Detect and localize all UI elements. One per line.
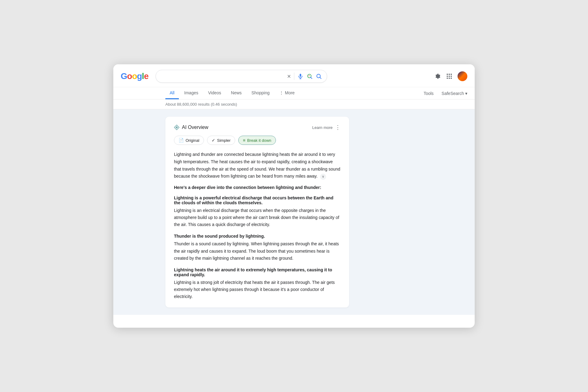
results-info: About 88,600,000 results (0.46 seconds) xyxy=(113,100,475,109)
section-2-heading: Thunder is the sound produced by lightni… xyxy=(174,234,341,239)
logo-letter-g2: g xyxy=(137,71,142,81)
chip-original[interactable]: 📄 Original xyxy=(174,136,204,145)
svg-rect-10 xyxy=(451,74,452,75)
main-content: AI Overview Learn more ⋮ 📄 Original ✓ Si… xyxy=(113,109,475,315)
search-bar: explain the connection between lightning… xyxy=(156,70,327,83)
svg-rect-13 xyxy=(451,76,452,77)
chip-simpler-label: Simpler xyxy=(217,138,231,143)
section-1-heading: Lightning is a powerful electrical disch… xyxy=(174,195,341,205)
safesearch-button[interactable]: SafeSearch ▾ xyxy=(442,91,467,96)
section-3-text: Lightning is a strong jolt of electricit… xyxy=(174,279,341,300)
list-icon: ≡ xyxy=(243,138,245,143)
ai-diamond-icon xyxy=(174,125,179,130)
svg-rect-9 xyxy=(449,74,450,75)
settings-icon[interactable] xyxy=(434,73,441,80)
tab-all[interactable]: All xyxy=(165,87,179,99)
learn-more-button[interactable]: Learn more xyxy=(312,125,333,130)
chevron-down-icon: ▾ xyxy=(465,91,467,96)
google-logo[interactable]: G o o g l e xyxy=(121,71,148,81)
svg-rect-15 xyxy=(449,78,450,79)
search-divider xyxy=(294,73,294,80)
ai-intro-text: Lightning and thunder are connected beca… xyxy=(174,151,341,180)
tab-images[interactable]: Images xyxy=(180,87,203,99)
chip-break-it-down[interactable]: ≡ Break it down xyxy=(238,136,276,145)
document-icon: 📄 xyxy=(179,138,184,143)
ai-overview-label: AI Overview xyxy=(182,125,208,130)
more-dots-icon: ⋮ xyxy=(279,90,284,95)
overflow-menu-icon[interactable]: ⋮ xyxy=(335,124,341,131)
svg-rect-0 xyxy=(300,74,301,77)
clear-icon[interactable]: ✕ xyxy=(287,74,291,79)
tab-shopping[interactable]: Shopping xyxy=(247,87,274,99)
section-1-text: Lightning is an electrical discharge tha… xyxy=(174,207,341,228)
chip-original-label: Original xyxy=(186,138,199,143)
avatar[interactable] xyxy=(458,71,467,81)
svg-rect-16 xyxy=(451,78,452,79)
ai-overview-title: AI Overview xyxy=(174,125,208,130)
header-right xyxy=(434,71,467,81)
chip-simpler[interactable]: ✓ Simpler xyxy=(207,136,235,145)
logo-letter-o2: o xyxy=(132,71,137,81)
expand-button[interactable]: ∨ xyxy=(320,174,326,180)
section-heading: Here's a deeper dive into the connection… xyxy=(174,185,341,190)
svg-line-7 xyxy=(320,77,321,79)
browser-header: G o o g l e explain the connection betwe… xyxy=(113,64,475,87)
logo-letter-g: G xyxy=(121,71,127,81)
browser-window: G o o g l e explain the connection betwe… xyxy=(113,64,475,328)
search-input[interactable]: explain the connection between lightning… xyxy=(161,74,284,79)
logo-letter-o1: o xyxy=(127,71,132,81)
apps-icon[interactable] xyxy=(446,73,453,80)
nav-bar: All Images Videos News Shopping ⋮ More T… xyxy=(113,87,475,100)
section-2-text: Thunder is a sound caused by lightning. … xyxy=(174,240,341,262)
logo-letter-e: e xyxy=(144,71,149,81)
style-chips: 📄 Original ✓ Simpler ≡ Break it down xyxy=(174,136,341,145)
check-icon: ✓ xyxy=(212,138,215,143)
mic-icon[interactable] xyxy=(297,73,303,79)
section-3-heading: Lightning heats the air around it to ext… xyxy=(174,267,341,277)
ai-overview-header: AI Overview Learn more ⋮ xyxy=(174,124,341,131)
tab-more[interactable]: ⋮ More xyxy=(275,87,299,99)
search-submit-icon[interactable] xyxy=(316,73,322,79)
lens-icon[interactable] xyxy=(307,73,313,79)
tab-videos[interactable]: Videos xyxy=(204,87,225,99)
svg-rect-14 xyxy=(447,78,448,79)
ai-overview-actions: Learn more ⋮ xyxy=(312,124,341,131)
tab-news[interactable]: News xyxy=(227,87,246,99)
chip-break-label: Break it down xyxy=(247,138,271,143)
tools-button[interactable]: Tools xyxy=(419,88,438,99)
svg-rect-12 xyxy=(449,76,450,77)
svg-rect-11 xyxy=(447,76,448,77)
svg-rect-8 xyxy=(447,74,448,75)
ai-overview-card: AI Overview Learn more ⋮ 📄 Original ✓ Si… xyxy=(165,117,349,307)
logo-letter-l: l xyxy=(142,71,144,81)
svg-line-5 xyxy=(311,77,312,78)
